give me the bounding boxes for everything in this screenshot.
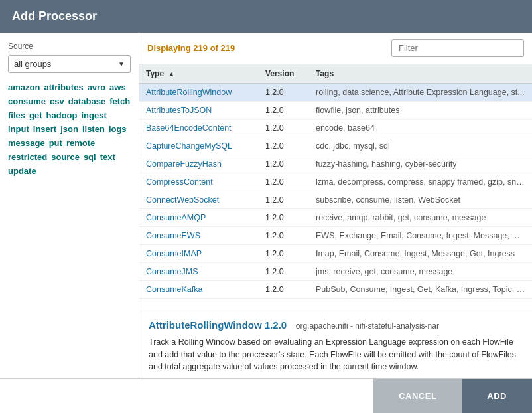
- row-version: 1.2.0: [259, 209, 309, 227]
- row-version: 1.2.0: [259, 245, 309, 263]
- col-version[interactable]: Version: [259, 64, 309, 84]
- dialog-title: Add Processor: [12, 9, 97, 23]
- row-tags: Imap, Email, Consume, Ingest, Message, G…: [309, 245, 532, 263]
- table-row[interactable]: ConnectWebSocket1.2.0subscribe, consume,…: [139, 191, 532, 209]
- table-row[interactable]: CaptureChangeMySQL1.2.0cdc, jdbc, mysql,…: [139, 137, 532, 155]
- tag-item[interactable]: fetch: [109, 96, 130, 106]
- right-top-bar: Displaying 219 of 219: [139, 33, 532, 64]
- row-version: 1.2.0: [259, 191, 309, 209]
- row-version: 1.2.0: [259, 84, 309, 102]
- processor-table-container[interactable]: Type ▲ Version Tags AttributeRollingWind…: [139, 64, 532, 311]
- tag-item[interactable]: attributes: [44, 82, 83, 92]
- filter-input[interactable]: [391, 39, 524, 57]
- tag-item[interactable]: files: [8, 110, 25, 120]
- tag-item[interactable]: get: [29, 110, 42, 120]
- cancel-button[interactable]: CANCEL: [373, 379, 462, 413]
- dialog-header: Add Processor: [0, 0, 532, 33]
- tag-item[interactable]: text: [100, 152, 115, 162]
- tag-item[interactable]: restricted: [8, 152, 47, 162]
- tag-item[interactable]: hadoop: [46, 110, 78, 120]
- tag-item[interactable]: message: [8, 138, 45, 148]
- row-tags: jms, receive, get, consume, message: [309, 263, 532, 281]
- row-type: ConsumeAMQP: [139, 209, 259, 227]
- table-row[interactable]: Base64EncodeContent1.2.0encode, base64: [139, 120, 532, 137]
- tag-item[interactable]: json: [60, 124, 78, 134]
- tag-item[interactable]: sql: [84, 152, 96, 162]
- table-row[interactable]: ConsumeIMAP1.2.0Imap, Email, Consume, In…: [139, 245, 532, 263]
- row-type: ConnectWebSocket: [139, 191, 259, 209]
- processor-table: Type ▲ Version Tags AttributeRollingWind…: [139, 64, 532, 299]
- dialog-footer: CANCEL ADD: [0, 378, 532, 413]
- row-type: Base64EncodeContent: [139, 120, 259, 137]
- tag-item[interactable]: aws: [109, 82, 126, 92]
- row-version: 1.2.0: [259, 281, 309, 299]
- row-version: 1.2.0: [259, 137, 309, 155]
- tag-item[interactable]: logs: [109, 124, 127, 134]
- tag-item[interactable]: source: [51, 152, 80, 162]
- row-tags: fuzzy-hashing, hashing, cyber-security: [309, 155, 532, 173]
- col-type[interactable]: Type ▲: [139, 64, 259, 84]
- left-panel: Source all groups ▼ amazonattributesavro…: [0, 33, 139, 378]
- table-row[interactable]: ConsumeKafka1.2.0PubSub, Consume, Ingest…: [139, 281, 532, 299]
- row-type: ConsumeIMAP: [139, 245, 259, 263]
- row-tags: cdc, jdbc, mysql, sql: [309, 137, 532, 155]
- dialog-body: Source all groups ▼ amazonattributesavro…: [0, 33, 532, 378]
- source-label: Source: [8, 42, 131, 51]
- row-tags: EWS, Exchange, Email, Consume, Ingest, M…: [309, 227, 532, 245]
- add-button[interactable]: ADD: [462, 379, 532, 413]
- row-version: 1.2.0: [259, 227, 309, 245]
- tag-item[interactable]: remote: [66, 138, 95, 148]
- row-tags: rolling, data science, Attribute Express…: [309, 84, 532, 102]
- add-processor-dialog: Add Processor Source all groups ▼ amazon…: [0, 0, 532, 413]
- table-row[interactable]: AttributeRollingWindow1.2.0rolling, data…: [139, 84, 532, 102]
- source-select[interactable]: all groups ▼: [8, 55, 131, 73]
- row-type: CaptureChangeMySQL: [139, 137, 259, 155]
- tags-cloud: amazonattributesavroawsconsumecsvdatabas…: [8, 82, 131, 176]
- source-select-value: all groups: [14, 59, 51, 69]
- tag-item[interactable]: update: [8, 166, 36, 176]
- row-type: ConsumeJMS: [139, 263, 259, 281]
- tag-item[interactable]: listen: [82, 124, 105, 134]
- chevron-down-icon: ▼: [118, 60, 125, 68]
- row-tags: PubSub, Consume, Ingest, Get, Kafka, Ing…: [309, 281, 532, 299]
- row-version: 1.2.0: [259, 173, 309, 191]
- row-type: ConsumeEWS: [139, 227, 259, 245]
- displaying-count: Displaying 219 of 219: [147, 43, 235, 53]
- description-title: AttributeRollingWindow 1.2.0: [149, 319, 287, 331]
- table-row[interactable]: ConsumeAMQP1.2.0receive, amqp, rabbit, g…: [139, 209, 532, 227]
- row-type: AttributesToJSON: [139, 102, 259, 120]
- tag-item[interactable]: database: [68, 96, 105, 106]
- tag-item[interactable]: input: [8, 124, 29, 134]
- row-type: ConsumeKafka: [139, 281, 259, 299]
- row-tags: subscribe, consume, listen, WebSocket: [309, 191, 532, 209]
- row-version: 1.2.0: [259, 120, 309, 137]
- tag-item[interactable]: csv: [50, 96, 64, 106]
- row-tags: encode, base64: [309, 120, 532, 137]
- tag-item[interactable]: amazon: [8, 82, 40, 92]
- sort-icon: ▲: [168, 70, 174, 78]
- row-version: 1.2.0: [259, 102, 309, 120]
- description-nar: org.apache.nifi - nifi-stateful-analysis…: [296, 321, 439, 331]
- table-row[interactable]: CompressContent1.2.0lzma, decompress, co…: [139, 173, 532, 191]
- row-type: AttributeRollingWindow: [139, 84, 259, 102]
- col-tags[interactable]: Tags: [309, 64, 532, 84]
- table-row[interactable]: CompareFuzzyHash1.2.0fuzzy-hashing, hash…: [139, 155, 532, 173]
- row-version: 1.2.0: [259, 263, 309, 281]
- tag-item[interactable]: ingest: [81, 110, 106, 120]
- tag-item[interactable]: consume: [8, 96, 46, 106]
- tag-item[interactable]: insert: [33, 124, 56, 134]
- row-tags: flowfile, json, attributes: [309, 102, 532, 120]
- row-tags: lzma, decompress, compress, snappy frame…: [309, 173, 532, 191]
- tag-item[interactable]: put: [49, 138, 62, 148]
- right-panel: Displaying 219 of 219 Type ▲ Version Tag…: [139, 33, 532, 378]
- description-text: Track a Rolling Window based on evaluati…: [149, 336, 523, 373]
- row-version: 1.2.0: [259, 155, 309, 173]
- description-area: AttributeRollingWindow 1.2.0 org.apache.…: [139, 311, 532, 378]
- row-tags: receive, amqp, rabbit, get, consume, mes…: [309, 209, 532, 227]
- table-row[interactable]: ConsumeEWS1.2.0EWS, Exchange, Email, Con…: [139, 227, 532, 245]
- row-type: CompareFuzzyHash: [139, 155, 259, 173]
- row-type: CompressContent: [139, 173, 259, 191]
- tag-item[interactable]: avro: [88, 82, 105, 92]
- table-row[interactable]: AttributesToJSON1.2.0flowfile, json, att…: [139, 102, 532, 120]
- table-row[interactable]: ConsumeJMS1.2.0jms, receive, get, consum…: [139, 263, 532, 281]
